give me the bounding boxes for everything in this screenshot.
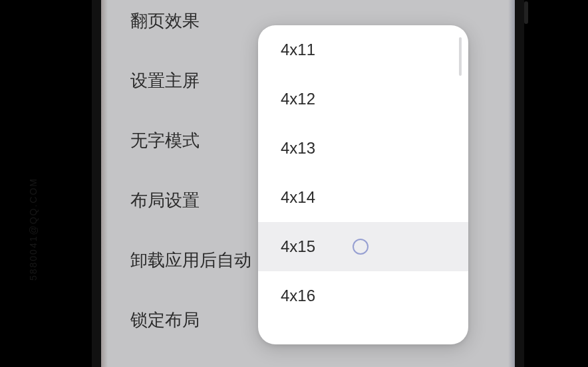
settings-item-label: 布局设置 [130, 189, 200, 212]
option-label: 4x16 [281, 287, 315, 305]
phone-frame: 翻页效果 设置主屏 无字模式 布局设置 卸载应用后自动 锁定布局 [92, 0, 524, 367]
layout-option-4x16[interactable]: 4x16 [258, 271, 468, 320]
settings-item-label: 锁定布局 [130, 308, 200, 332]
settings-item-label: 无字模式 [130, 129, 200, 152]
device-side-button [524, 1, 528, 24]
layout-option-4x15[interactable]: 4x15 [258, 222, 468, 271]
layout-option-4x12[interactable]: 4x12 [258, 74, 468, 124]
layout-option-4x11[interactable]: 4x11 [258, 25, 468, 74]
option-label: 4x12 [281, 90, 315, 108]
settings-item-more-settings[interactable]: 更多设置 [101, 350, 515, 367]
settings-item-label: 设置主屏 [130, 69, 200, 92]
watermark-text: 5880041@QQ.COM [28, 178, 39, 281]
layout-option-4x13[interactable]: 4x13 [258, 124, 468, 173]
screen: 翻页效果 设置主屏 无字模式 布局设置 卸载应用后自动 锁定布局 [101, 0, 515, 367]
layout-option-4x14[interactable]: 4x14 [258, 173, 468, 222]
option-label: 4x13 [281, 139, 315, 158]
option-label: 4x11 [281, 41, 315, 59]
tap-indicator-icon [353, 239, 368, 255]
settings-item-label: 翻页效果 [130, 9, 200, 33]
stage: 5880041@QQ.COM 翻页效果 设置主屏 无字模式 布局设置 [0, 0, 588, 367]
option-label: 4x15 [281, 237, 315, 256]
settings-item-label: 卸载应用后自动 [130, 249, 251, 272]
layout-options-popup: 4x11 4x12 4x13 4x14 4x15 4x16 [258, 25, 468, 344]
option-label: 4x14 [281, 188, 315, 207]
